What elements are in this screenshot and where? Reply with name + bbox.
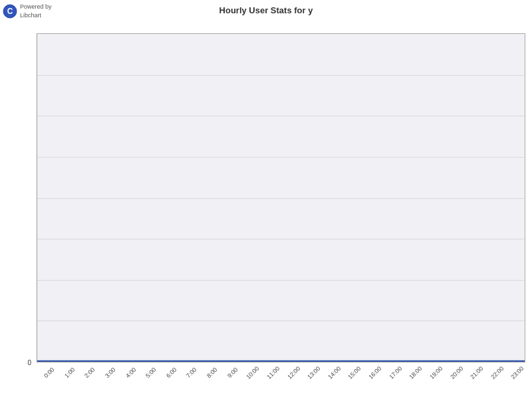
y-zero-label: 0 [27,359,31,366]
grid-line [37,280,525,281]
grid-line [37,75,525,76]
x-axis-label: 0:00 [39,363,59,382]
x-axis-label: 8:00 [202,363,221,382]
x-axis-label: 14:00 [325,363,344,382]
powered-by-text: Powered by Libchart [20,3,52,19]
grid-line [37,321,525,321]
x-axis-label: 18:00 [406,363,426,382]
chart-container: 0 0:001:002:003:004:005:006:007:008:009:… [0,30,532,399]
x-axis-label: 12:00 [284,363,303,382]
x-axis-label: 23:00 [508,363,525,382]
x-axis-label: 3:00 [100,363,120,382]
x-axis: 0:001:002:003:004:005:006:007:008:009:00… [37,362,525,399]
x-axis-label: 16:00 [365,363,384,382]
x-axis-label: 1:00 [60,363,79,382]
grid-line [37,116,525,116]
grid-line [37,239,525,239]
x-axis-label: 13:00 [305,363,324,382]
x-axis-label: 10:00 [243,363,263,382]
x-axis-label: 11:00 [263,363,283,382]
x-axis-label: 19:00 [426,363,446,382]
x-axis-label: 2:00 [80,363,100,382]
x-axis-label: 9:00 [223,363,242,382]
x-axis-label: 20:00 [447,363,466,382]
x-axis-label: 7:00 [182,363,201,382]
chart-title: Hourly User Stats for y [0,0,532,15]
x-axis-label: 21:00 [467,363,487,382]
powered-by-badge: C Powered by Libchart [3,3,52,19]
x-axis-label: 6:00 [162,363,181,382]
x-axis-label: 4:00 [121,363,140,382]
x-axis-label: 5:00 [142,363,161,382]
grid-line [37,157,525,158]
y-axis: 0 [0,33,37,362]
x-axis-label: 22:00 [487,363,507,382]
x-axis-label: 17:00 [386,363,405,382]
y-axis-line [37,33,37,362]
libchart-logo-icon: C [3,4,17,19]
grid-line [37,198,525,199]
chart-area [37,33,525,362]
svg-text:C: C [7,7,13,16]
x-axis-label: 15:00 [345,363,364,382]
